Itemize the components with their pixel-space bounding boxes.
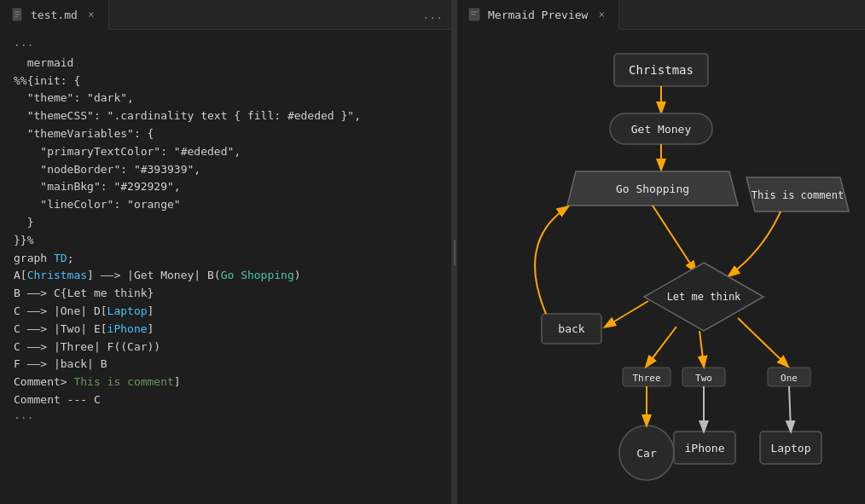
code-line: ··· bbox=[0, 409, 451, 427]
iphone-node-label: iPhone bbox=[685, 442, 725, 455]
preview-tab-label: Mermaid Preview bbox=[488, 9, 588, 21]
editor-tab-test-md[interactable]: test.md × bbox=[0, 0, 109, 30]
code-line: "lineColor": "orange" bbox=[0, 196, 451, 214]
christmas-node-label: Christmas bbox=[629, 63, 694, 77]
code-line: "theme": "dark", bbox=[0, 90, 451, 107]
svg-line-16 bbox=[606, 301, 648, 327]
code-line: Comment> This is comment] bbox=[0, 374, 451, 391]
code-line: "nodeBorder": "#393939", bbox=[0, 161, 451, 179]
preview-tab[interactable]: Mermaid Preview × bbox=[457, 0, 619, 30]
preview-tab-bar: Mermaid Preview × bbox=[457, 0, 865, 30]
go-shopping-node-label: Go Shopping bbox=[616, 182, 689, 195]
editor-content: ··· mermaid %%{init: { "theme": "dark", … bbox=[0, 30, 451, 504]
preview-panel: Mermaid Preview × Christmas bbox=[457, 0, 865, 504]
code-line: C ——> |One| D[Laptop] bbox=[0, 303, 451, 321]
diagram-svg: Christmas Get Money Go Shopping This is … bbox=[465, 37, 857, 497]
code-line: A[Christmas] ——> |Get Money| B(Go Shoppi… bbox=[0, 267, 451, 285]
editor-tab-close[interactable]: × bbox=[84, 8, 98, 21]
code-line: F ——> |back| B bbox=[0, 356, 451, 374]
car-node-label: Car bbox=[636, 447, 657, 460]
laptop-node-label: Laptop bbox=[771, 442, 811, 455]
code-line: B ——> C{Let me think} bbox=[0, 285, 451, 303]
let-me-think-node-label: Let me think bbox=[667, 291, 741, 303]
preview-file-icon bbox=[467, 8, 481, 21]
code-line: ··· bbox=[0, 37, 451, 55]
code-line: "primaryTextColor": "#ededed", bbox=[0, 143, 451, 161]
svg-line-20 bbox=[647, 327, 676, 366]
editor-tab-label: test.md bbox=[31, 9, 78, 21]
editor-more-button[interactable]: ... bbox=[415, 9, 451, 21]
three-label: Three bbox=[632, 373, 660, 384]
code-line: "themeVariables": { bbox=[0, 125, 451, 143]
code-line: graph TD; bbox=[0, 250, 451, 268]
preview-content: Christmas Get Money Go Shopping This is … bbox=[457, 30, 865, 504]
editor-panel: test.md × ... ··· mermaid %%{init: { "th… bbox=[0, 0, 452, 504]
code-line: C ——> |Three| F((Car)) bbox=[0, 339, 451, 356]
preview-tab-close[interactable]: × bbox=[595, 8, 608, 21]
comment-node-label: This is comment bbox=[752, 189, 844, 201]
editor-tab-bar: test.md × ... bbox=[0, 0, 451, 30]
svg-line-28 bbox=[789, 386, 791, 431]
svg-line-13 bbox=[653, 206, 695, 271]
svg-line-22 bbox=[738, 318, 787, 366]
file-icon bbox=[10, 8, 24, 21]
two-label: Two bbox=[695, 373, 712, 384]
mermaid-diagram: Christmas Get Money Go Shopping This is … bbox=[457, 30, 865, 504]
one-label: One bbox=[781, 373, 798, 384]
get-money-node-label: Get Money bbox=[631, 123, 692, 136]
back-node-label: back bbox=[558, 322, 584, 335]
code-line: "mainBkg": "#292929", bbox=[0, 178, 451, 196]
code-line: C ——> |Two| E[iPhone] bbox=[0, 321, 451, 339]
svg-line-21 bbox=[700, 331, 704, 366]
code-line: } bbox=[0, 214, 451, 232]
code-line: "themeCSS": ".cardinality text { fill: #… bbox=[0, 107, 451, 125]
code-line: Comment --- C bbox=[0, 391, 451, 409]
code-line: %%{init: { bbox=[0, 72, 451, 90]
code-line: mermaid bbox=[0, 55, 451, 72]
code-line: }}% bbox=[0, 232, 451, 250]
